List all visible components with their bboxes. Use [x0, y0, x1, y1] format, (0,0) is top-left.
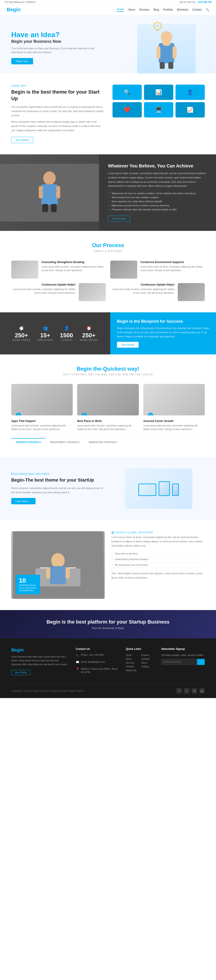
- clock-icon: ⏱️: [13, 326, 30, 331]
- startup-text: ENCOURAGE NEW VENTURES Begin-The best th…: [11, 473, 103, 504]
- startup-btn[interactable]: Learn More →: [11, 498, 35, 504]
- stats-right-para: Begin empowers the entrepreneur & busine…: [117, 326, 209, 339]
- footer-link-home[interactable]: Home: [126, 653, 137, 657]
- device-tablet-icon: [159, 481, 170, 496]
- process-content-2: Conducive Environment Supports Lorem ips…: [140, 261, 205, 272]
- nav-elements[interactable]: Elements: [177, 8, 188, 11]
- startup-tag: ENCOURAGE NEW VENTURES: [11, 473, 103, 475]
- newsletter-submit-btn[interactable]: →: [197, 659, 205, 665]
- achieve-list-item: Sed tincidunt est non odio sodales sodal…: [108, 195, 207, 199]
- newsletter-form: →: [161, 659, 205, 665]
- timer-icon: ⏰: [80, 326, 98, 331]
- tabs-row: GROWTH STRATEGY INVESTMENT STRATEGY MARK…: [11, 438, 205, 446]
- svg-rect-22: [66, 567, 70, 579]
- footer-link-furwork[interactable]: FurWork: [141, 657, 150, 661]
- nav-contact[interactable]: Contact: [192, 8, 202, 11]
- quickest-card-3: 3 Assured Career Growth Lorem ipsum dolo…: [143, 384, 205, 431]
- svg-point-10: [43, 172, 56, 185]
- svg-rect-14: [42, 204, 48, 212]
- svg-rect-8: [168, 62, 173, 69]
- tab-investment-strategy[interactable]: INVESTMENT STRATEGY: [46, 438, 84, 446]
- svg-rect-21: [46, 567, 51, 579]
- googleplus-icon[interactable]: g+: [199, 688, 205, 694]
- nav-blog[interactable]: Blog: [154, 8, 159, 11]
- learn-why-section: LEARN WHY Begin is the best theme for yo…: [0, 73, 216, 154]
- achieve-section: Whatever You Believe, You Can Achieve Lo…: [0, 154, 216, 231]
- learn-why-title: Begin is the best theme for your Start U…: [11, 89, 103, 102]
- footer-link-portfolio[interactable]: Portfolio: [126, 665, 137, 668]
- user-icon: 👤: [187, 89, 194, 95]
- process-item-2: Conducive Environment Supports Lorem ips…: [110, 261, 205, 278]
- footer-view-details-btn[interactable]: View Details: [11, 670, 30, 675]
- footer-quick-links-title: Quick Links: [126, 648, 154, 651]
- nav-about[interactable]: About: [128, 8, 135, 11]
- join-description: Lorem ipsum dolor sit amet, consectetur …: [111, 535, 205, 548]
- top-bar-address: 215 New Melbourne, 23456511: [5, 1, 36, 3]
- svg-point-1: [156, 25, 159, 27]
- achieve-list: Maecenas vel nunc mi sodales sodales. Do…: [108, 191, 207, 212]
- top-bar: 215 New Melbourne, 23456511 Call Us Toll…: [0, 0, 216, 5]
- join-list-item-2: Understand potential investors: [111, 557, 205, 562]
- tab-growth-strategy[interactable]: GROWTH STRATEGY: [11, 438, 46, 446]
- location-icon: 📍: [76, 667, 79, 671]
- icon-card-analytics: 📈: [176, 102, 205, 118]
- join-para: Tinci. Sed fringilla mauris sit amet nib…: [111, 571, 205, 580]
- join-team-section: 10 PRESENTATIONS PLAY A KEY ROLE IN MARK…: [0, 520, 216, 610]
- analytics-icon: 📈: [187, 107, 194, 113]
- hero-person-image: [137, 24, 196, 73]
- facebook-icon[interactable]: f: [176, 688, 182, 694]
- footer-link-trading[interactable]: Trading: [141, 665, 150, 668]
- achieve-list-item: Nunc egestas arcu vitae libero ultricies…: [108, 199, 207, 204]
- hero-cta-button[interactable]: Begin Now: [11, 58, 33, 64]
- search-icon[interactable]: 🔍: [206, 8, 209, 11]
- footer-link-health[interactable]: Health Info: [126, 668, 137, 672]
- quickest-card-desc-1: Lorem ipsum dolor sit amet, consectetur …: [11, 424, 73, 431]
- icon-card-search: 🔍: [113, 84, 142, 100]
- twitter-icon[interactable]: t: [184, 688, 189, 694]
- stat-work-hours: ⏱️ 250+ WORK HOURS: [13, 326, 30, 341]
- stat-clients: 👤 1500 CLIENTS: [60, 326, 73, 341]
- startup-image-area: [113, 468, 205, 509]
- quickest-card-title-1: Apps That Support: [11, 420, 73, 423]
- footer-phone: 📞 Phone: +011 234 5189: [76, 653, 119, 659]
- linkedin-icon[interactable]: in: [192, 688, 197, 694]
- platform-subtitle: Dive Into the Beauty of Begin: [11, 627, 205, 629]
- process-content-4: Continuous Update Helps! Lorem ipsum dol…: [110, 283, 175, 295]
- top-bar-phone: Call Us Toll Free: 0123 456 789: [179, 1, 211, 3]
- phone-icon: 📞: [76, 654, 79, 657]
- logo[interactable]: Begin: [7, 7, 21, 13]
- learn-why-para1: The successful organizations have learne…: [11, 105, 103, 118]
- footer-quick-links-col: Quick Links Home About Services Portfoli…: [126, 648, 154, 678]
- stat-work-hours-2: ⏰ 250+ WORK HOURS: [80, 326, 98, 341]
- footer-newsletter-title: Newsletter Signup: [161, 648, 205, 651]
- footer-newsletter-text: Get latest updates, news, surveys & offe…: [161, 653, 205, 657]
- nav-portfolio[interactable]: Portfolio: [163, 8, 173, 11]
- nav-services[interactable]: Services: [139, 8, 149, 11]
- join-badge-text: PRESENTATIONS PLAY A KEY ROLE IN MARKETI…: [19, 584, 37, 592]
- achieve-image: [0, 154, 99, 231]
- achieve-description: Lorem ipsum dolor sit amet, consectetur …: [108, 171, 207, 188]
- achieve-content: Whatever You Believe, You Can Achieve Lo…: [99, 154, 216, 231]
- process-title: Our Process: [11, 242, 205, 248]
- footer-link-services[interactable]: Services: [126, 661, 137, 665]
- process-item-4: Continuous Update Helps! Lorem ipsum dol…: [110, 283, 205, 301]
- newsletter-email-input[interactable]: [161, 659, 197, 665]
- nav-home[interactable]: Home: [117, 8, 124, 12]
- join-list-item-3: Be among the top of Investors: [111, 562, 205, 568]
- learn-why-btn[interactable]: View Details: [11, 137, 33, 143]
- quickest-grid: 1 Apps That Support Lorem ipsum dolor si…: [11, 384, 205, 431]
- stats-section: ⏱️ 250+ WORK HOURS 👥 15+ EMPLOYEES 👤 150…: [0, 312, 216, 355]
- process-img-1: [11, 261, 38, 278]
- footer-link-about2[interactable]: About: [141, 661, 150, 665]
- footer-link-finance[interactable]: Finance: [141, 653, 150, 657]
- quickest-card-desc-2: Lorem ipsum dolor sit amet, consectetur …: [77, 424, 138, 431]
- social-icons: f t in g+: [176, 688, 205, 694]
- tab-marketing-strategy[interactable]: MARKETING STRATEGY: [84, 438, 122, 446]
- achieve-title: Whatever You Believe, You Can Achieve: [108, 163, 207, 169]
- svg-point-19: [51, 553, 65, 568]
- process-section: Our Process SIMPLE & EFFICIENT Counselin…: [0, 231, 216, 312]
- achieve-btn[interactable]: View Details: [108, 216, 130, 222]
- footer-link-about[interactable]: About: [126, 657, 137, 661]
- stats-btn[interactable]: View Details: [117, 342, 138, 348]
- quickest-card-img-1: 1: [11, 384, 73, 415]
